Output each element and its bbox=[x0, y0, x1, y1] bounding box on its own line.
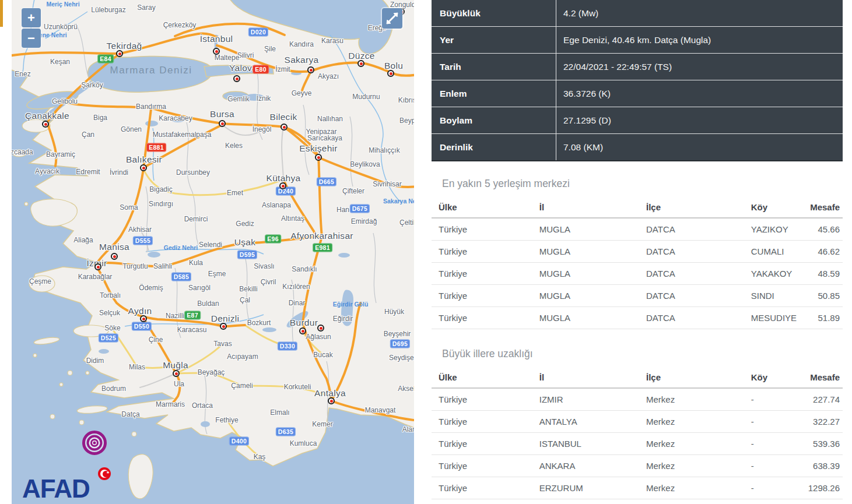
table-cell: - bbox=[744, 433, 798, 455]
table-cell: - bbox=[744, 477, 798, 499]
table-cell: Merkez bbox=[639, 433, 744, 455]
summary-value: 7.08 (KM) bbox=[556, 142, 603, 153]
summary-row: YerEge Denizi, 40.46 km. Datça (Mugla) bbox=[432, 27, 843, 54]
table-cell: Merkez bbox=[639, 477, 744, 499]
map-zoom-controls: + − bbox=[21, 8, 41, 48]
table-cell: Merkez bbox=[639, 455, 744, 477]
table-cell: 227.74 bbox=[797, 388, 843, 411]
table-cell: Merkez bbox=[639, 388, 744, 411]
table-cell: - bbox=[744, 388, 798, 411]
table-cell: YAZIKOY bbox=[744, 218, 798, 241]
road-badge: D525 bbox=[99, 334, 118, 343]
table-row: TürkiyeIZMIRMerkez-227.74 bbox=[432, 388, 843, 411]
summary-row: Tarih22/04/2021 - 22:49:57 (TS) bbox=[432, 54, 843, 80]
column-header: Köy bbox=[744, 198, 798, 218]
table-cell: DATCA bbox=[639, 285, 744, 307]
road-badge: E981 bbox=[313, 244, 332, 252]
road-badge: D330 bbox=[278, 342, 297, 351]
table-cell: Türkiye bbox=[432, 218, 532, 241]
summary-row: Enlem36.3726 (K) bbox=[432, 80, 843, 107]
road-badge: D675 bbox=[350, 205, 370, 213]
summary-value: 36.3726 (K) bbox=[556, 89, 611, 99]
table-cell: 51.89 bbox=[797, 307, 843, 329]
road-badge: D400 bbox=[229, 437, 249, 446]
summary-label: Büyüklük bbox=[432, 0, 556, 26]
summary-row: Büyüklük4.2 (Mw) bbox=[432, 0, 843, 27]
table-cell: ANTALYA bbox=[532, 411, 639, 433]
zoom-in-button[interactable]: + bbox=[22, 8, 41, 27]
epicenter-marker-icon bbox=[82, 430, 107, 456]
table-row: TürkiyeMUGLADATCACUMALI46.62 bbox=[432, 241, 843, 263]
afad-logo: AFAD ★ bbox=[22, 470, 110, 502]
road-badge: E96 bbox=[265, 235, 281, 244]
road-badge: E87 bbox=[184, 311, 201, 320]
table-cell: DATCA bbox=[639, 263, 744, 285]
column-header: Mesafe bbox=[797, 198, 843, 218]
city-marker-icon bbox=[281, 124, 287, 131]
column-header: İlçe bbox=[639, 368, 744, 388]
earthquake-detail-page: LüleburgazSarayZonguldakUzunköprüÇerkezk… bbox=[0, 0, 852, 504]
earthquake-info-panel: Büyüklük4.2 (Mw)YerEge Denizi, 40.46 km.… bbox=[432, 0, 843, 499]
table-row: TürkiyeANTALYAMerkez-322.27 bbox=[432, 411, 843, 433]
table-row: TürkiyeMUGLADATCAMESUDIYE51.89 bbox=[432, 307, 843, 329]
road-badge: E80 bbox=[253, 65, 269, 74]
table-cell: Türkiye bbox=[432, 263, 532, 285]
city-marker-icon bbox=[116, 50, 123, 57]
road-badge: D550 bbox=[132, 322, 152, 331]
summary-value: 22/04/2021 - 22:49:57 (TS) bbox=[556, 62, 672, 72]
table-cell: 1298.26 bbox=[797, 477, 843, 499]
city-marker-icon bbox=[140, 315, 147, 322]
table-cell: MUGLA bbox=[532, 307, 639, 329]
table-cell: 45.66 bbox=[797, 218, 843, 241]
map-base-layer bbox=[12, 0, 414, 504]
summary-row: Boylam27.1295 (D) bbox=[432, 107, 843, 134]
zoom-out-button[interactable]: − bbox=[22, 29, 41, 48]
table-row: TürkiyeMUGLADATCASINDI50.85 bbox=[432, 285, 843, 307]
table-cell: 46.62 bbox=[797, 241, 843, 263]
table-cell: Merkez bbox=[639, 411, 744, 433]
turkish-flag-icon: ★ bbox=[98, 467, 111, 480]
table-cell: SINDI bbox=[744, 285, 798, 307]
table-cell: 50.85 bbox=[797, 285, 843, 307]
table-cell: DATCA bbox=[639, 241, 744, 263]
road-badge: D665 bbox=[317, 178, 336, 186]
table-cell: MUGLA bbox=[532, 285, 639, 307]
summary-label: Derinlik bbox=[432, 134, 556, 160]
table-cell: MUGLA bbox=[532, 241, 639, 263]
summary-value: Ege Denizi, 40.46 km. Datça (Mugla) bbox=[556, 35, 711, 45]
column-header: İl bbox=[532, 198, 639, 218]
city-marker-icon bbox=[279, 182, 286, 189]
table-cell: ERZURUM bbox=[532, 477, 639, 499]
summary-label: Tarih bbox=[432, 54, 556, 80]
earthquake-map[interactable]: LüleburgazSarayZonguldakUzunköprüÇerkezk… bbox=[12, 0, 414, 504]
table-cell: ISTANBUL bbox=[532, 433, 639, 455]
column-header: Ülke bbox=[432, 368, 532, 388]
city-marker-icon bbox=[387, 70, 394, 77]
table-cell: Türkiye bbox=[432, 411, 532, 433]
table-cell: Türkiye bbox=[432, 307, 532, 329]
table-cell: MUGLA bbox=[532, 263, 639, 285]
city-marker-icon bbox=[94, 263, 101, 270]
fullscreen-expand-button[interactable] bbox=[382, 8, 402, 29]
table-cell: - bbox=[744, 411, 798, 433]
city-marker-icon bbox=[357, 60, 364, 67]
summary-label: Yer bbox=[432, 27, 556, 53]
road-badge: D635 bbox=[276, 428, 296, 436]
city-marker-icon bbox=[111, 253, 118, 260]
road-badge: E881 bbox=[146, 143, 166, 152]
road-badge: E84 bbox=[97, 55, 114, 64]
table-row: TürkiyeANKARAMerkez-638.39 bbox=[432, 455, 843, 477]
city-marker-icon bbox=[213, 48, 220, 55]
city-marker-icon bbox=[233, 75, 240, 82]
table-cell: MUGLA bbox=[532, 218, 639, 241]
city-marker-icon bbox=[299, 327, 306, 334]
table-cell: Türkiye bbox=[432, 477, 532, 499]
major-cities-title: Büyük illere uzaklığı bbox=[432, 348, 843, 360]
summary-value: 4.2 (Mw) bbox=[556, 8, 598, 19]
city-marker-icon bbox=[42, 121, 49, 128]
table-cell: IZMIR bbox=[532, 388, 639, 411]
city-marker-icon bbox=[140, 164, 147, 171]
summary-value: 27.1295 (D) bbox=[556, 115, 611, 126]
table-cell: - bbox=[744, 455, 798, 477]
road-badge: D020 bbox=[248, 28, 268, 37]
